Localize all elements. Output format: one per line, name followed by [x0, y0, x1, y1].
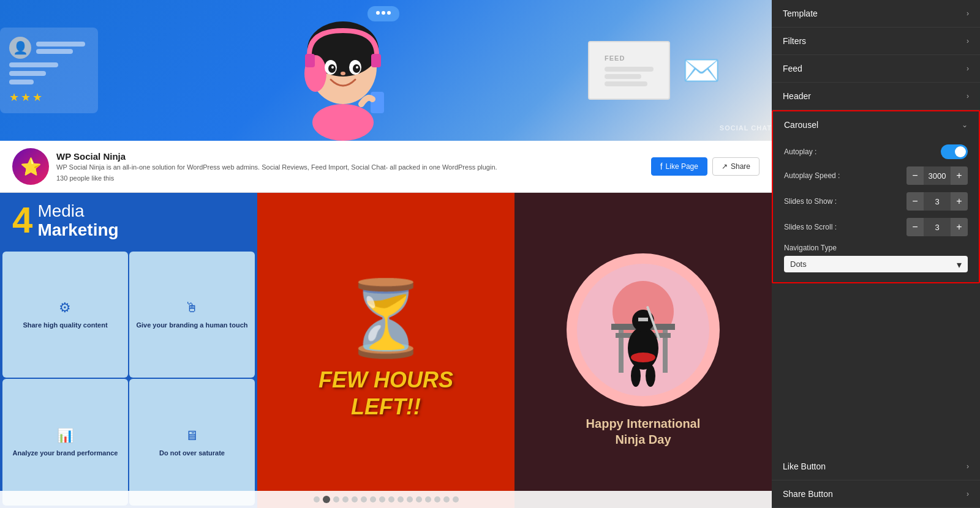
- slides-show-row: Slides to Show : − 3 +: [784, 192, 968, 211]
- grid-text-1: Give your branding a human touch: [136, 321, 247, 329]
- profile-actions: f Like Page ↗ Share: [651, 157, 760, 176]
- nav-type-label: Navigation Type: [784, 244, 968, 252]
- stepper-increment-speed[interactable]: +: [951, 166, 968, 185]
- dot-13[interactable]: [425, 496, 431, 502]
- section-template: Template ›: [772, 0, 980, 28]
- star-icon: ★: [32, 91, 42, 104]
- svg-point-26: [646, 365, 655, 387]
- share-label: Share: [731, 162, 750, 171]
- grid-icon-1: 🖱: [185, 300, 198, 316]
- dot-6[interactable]: [361, 496, 367, 502]
- text-line: [36, 49, 73, 54]
- dot-9[interactable]: [388, 496, 394, 502]
- section-filters: Filters ›: [772, 28, 980, 55]
- autoplay-speed-value: 3000: [924, 171, 951, 181]
- section-feed: Feed ›: [772, 55, 980, 83]
- star-icon: ★: [9, 91, 19, 104]
- slides-scroll-stepper: − 3 +: [907, 218, 968, 236]
- like-button-label: Like Button: [783, 461, 826, 471]
- banner-left-card: 👤 ★ ★ ★: [0, 28, 98, 113]
- profile-name: WP Social Ninja: [56, 151, 651, 162]
- dot-10[interactable]: [398, 496, 404, 502]
- slides-show-value: 3: [924, 197, 951, 206]
- media-label: Media: [37, 202, 118, 221]
- autoplay-speed-stepper: − 3000 +: [907, 166, 968, 185]
- nav-type-select[interactable]: Dots Arrows Both None: [784, 256, 968, 272]
- section-header-header[interactable]: Header ›: [772, 83, 980, 110]
- dot-4[interactable]: [342, 496, 349, 502]
- svg-rect-12: [371, 54, 381, 67]
- svg-point-8: [331, 66, 334, 69]
- slides-scroll-value: 3: [924, 223, 951, 232]
- banner-area: 👤 ★ ★ ★: [0, 0, 772, 141]
- dot-5[interactable]: [352, 496, 358, 502]
- stepper-decrement-scroll[interactable]: −: [907, 218, 924, 236]
- slides-show-stepper: − 3 +: [907, 192, 968, 211]
- section-carousel-header[interactable]: Carousel ⌄: [773, 111, 979, 138]
- grid-text-2: Analyze your brand performance: [13, 449, 118, 457]
- chevron-down-icon: ⌄: [962, 121, 968, 129]
- grid-cell-2: 📊 Analyze your brand performance: [2, 379, 128, 506]
- section-feed-header[interactable]: Feed ›: [772, 55, 980, 82]
- main-content: 👤 ★ ★ ★: [0, 0, 772, 508]
- chat-bubble: [368, 6, 399, 21]
- dot-8[interactable]: [379, 496, 385, 502]
- autoplay-speed-label: Autoplay Speed :: [784, 171, 907, 180]
- dot-7[interactable]: [370, 496, 376, 502]
- like-page-button[interactable]: f Like Page: [651, 157, 707, 176]
- svg-rect-22: [638, 318, 648, 321]
- svg-point-0: [312, 104, 374, 141]
- dot-1[interactable]: [314, 496, 320, 502]
- stepper-increment-scroll[interactable]: +: [951, 218, 968, 236]
- profile-avatar: ⭐: [12, 148, 49, 185]
- svg-point-20: [628, 327, 658, 370]
- profile-likes: 130 people like this: [56, 174, 651, 182]
- dot-12[interactable]: [416, 496, 422, 502]
- dot-16[interactable]: [453, 496, 459, 502]
- chevron-right-icon: ›: [967, 462, 969, 471]
- slide-header: 4 Media Marketing: [0, 193, 257, 249]
- dot-11[interactable]: [407, 496, 413, 502]
- section-filters-header[interactable]: Filters ›: [772, 28, 980, 54]
- grid-cell-0: ⚙ Share high quality content: [2, 252, 128, 378]
- section-like-button-header[interactable]: Like Button ›: [772, 453, 980, 480]
- autoplay-speed-row: Autoplay Speed : − 3000 +: [784, 166, 968, 185]
- marketing-label: Marketing: [37, 221, 118, 240]
- dot-2[interactable]: [323, 496, 330, 503]
- like-page-label: Like Page: [666, 162, 698, 171]
- section-share-button: Share Button ›: [772, 480, 980, 508]
- user-avatar-icon: 👤: [9, 37, 31, 59]
- section-share-button-header[interactable]: Share Button ›: [772, 480, 980, 507]
- svg-point-6: [328, 64, 336, 73]
- carousel-dots: [0, 491, 772, 508]
- chevron-right-icon: ›: [967, 64, 969, 73]
- share-button-label: Share Button: [783, 489, 833, 499]
- nav-type-row: Navigation Type Dots Arrows Both None: [784, 244, 968, 272]
- marketing-grid: ⚙ Share high quality content 🖱 Give your…: [0, 249, 257, 508]
- grid-icon-3: 🖥: [185, 428, 198, 444]
- text-line: [9, 71, 46, 76]
- hourglass-icon: ⏳: [340, 281, 432, 354]
- svg-rect-11: [305, 54, 315, 67]
- svg-point-10: [341, 72, 345, 75]
- section-like-button: Like Button ›: [772, 453, 980, 480]
- stepper-decrement-show[interactable]: −: [907, 192, 924, 211]
- carousel-content: Autoplay : Autoplay Speed : − 3000 + Sli…: [773, 138, 979, 282]
- profile-info: WP Social Ninja WP Social Ninja is an al…: [56, 151, 651, 181]
- svg-point-25: [631, 365, 641, 387]
- dot-15[interactable]: [443, 496, 450, 502]
- right-panel: Template › Filters › Feed › Header › Car…: [772, 0, 980, 508]
- autoplay-toggle[interactable]: [941, 144, 968, 159]
- carousel-slide-red: ⏳ FEW HOURSLEFT!!: [257, 193, 514, 508]
- dot-14[interactable]: [434, 496, 440, 502]
- share-button[interactable]: ↗ Share: [712, 157, 760, 176]
- svg-point-9: [356, 66, 358, 69]
- stepper-decrement-speed[interactable]: −: [907, 166, 924, 185]
- profile-bar: ⭐ WP Social Ninja WP Social Ninja is an …: [0, 141, 772, 193]
- ninja-text: Happy InternationalNinja Day: [586, 416, 701, 447]
- section-template-header[interactable]: Template ›: [772, 0, 980, 27]
- carousel-slide-marketing: 4 Media Marketing ⚙ Share high quality c…: [0, 193, 257, 508]
- dot-3[interactable]: [333, 496, 339, 502]
- stepper-increment-show[interactable]: +: [951, 192, 968, 211]
- svg-rect-17: [663, 324, 668, 373]
